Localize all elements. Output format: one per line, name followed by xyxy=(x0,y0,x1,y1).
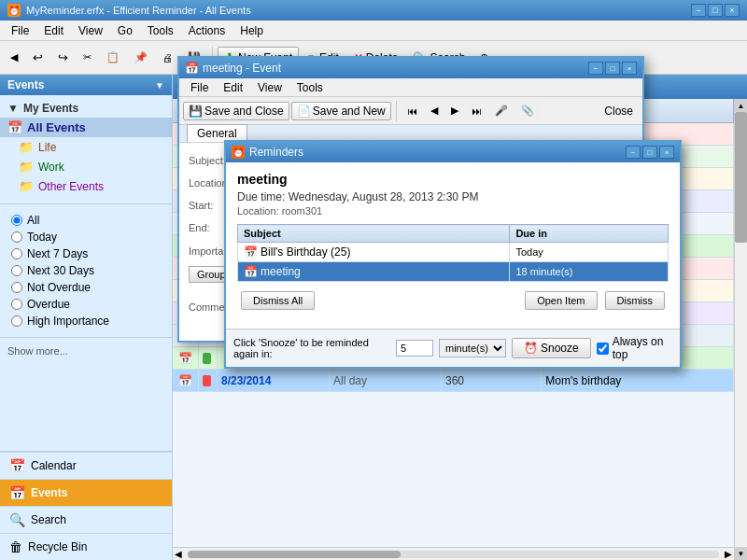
dismiss-all-button[interactable]: Dismiss All xyxy=(241,291,315,310)
minimize-button[interactable]: − xyxy=(691,4,706,17)
event-toolbar: 💾 Save and Close 📄 Save and New ⏮ ◀ ▶ ⏭ … xyxy=(179,97,642,125)
filter-today[interactable]: Today xyxy=(0,229,172,245)
menu-file[interactable]: File xyxy=(4,22,36,39)
filter-all[interactable]: All xyxy=(0,212,172,229)
scroll-right-btn[interactable]: ▶ xyxy=(723,549,734,559)
rem-title-bar: ⏰ Reminders − □ × xyxy=(226,142,680,162)
rem-snooze-select[interactable]: minute(s) xyxy=(439,339,506,357)
nav-first-btn[interactable]: ⏮ xyxy=(402,103,423,119)
record-btn[interactable]: 🎤 xyxy=(489,102,514,119)
toolbar-cut[interactable]: ✂ xyxy=(77,48,98,67)
snooze-button[interactable]: ⏰ Snooze xyxy=(512,338,591,358)
nav-events[interactable]: 📅 Events xyxy=(0,479,172,506)
filter-notoverdue[interactable]: Not Overdue xyxy=(0,279,172,296)
vertical-scrollbar[interactable]: ▲ ▼ xyxy=(734,99,747,560)
rem-row-birthday[interactable]: 📅 Bill's Birthday (25) Today xyxy=(238,243,669,262)
rem-td-duein: 18 minute(s) xyxy=(510,262,669,282)
rem-snooze-area: Click 'Snooze' to be reminded again in: … xyxy=(226,329,680,367)
sidebar-my-events-label: ▼ My Events xyxy=(0,99,172,118)
filter-next30[interactable]: Next 30 Days xyxy=(0,262,172,279)
hscroll-thumb[interactable] xyxy=(188,551,401,558)
event-menu-edit[interactable]: Edit xyxy=(216,79,250,96)
sidebar: Events ▼ ▼ My Events 📅 All Events 📁 Life xyxy=(0,75,173,560)
nav-prev-btn[interactable]: ◀ xyxy=(425,102,444,119)
rem-snooze-input[interactable] xyxy=(396,340,433,357)
sidebar-collapse[interactable]: ▼ xyxy=(155,80,164,91)
toolbar-print[interactable]: 🖨 xyxy=(156,49,179,67)
sidebar-item-work[interactable]: 📁 Work xyxy=(0,157,172,176)
events-label: Events xyxy=(31,486,67,499)
open-item-button[interactable]: Open Item xyxy=(525,291,597,310)
filter-next7[interactable]: Next 7 Days xyxy=(0,245,172,262)
event-dialog-close[interactable]: × xyxy=(622,62,637,75)
maximize-button[interactable]: □ xyxy=(708,4,723,17)
close-event-label: Close xyxy=(604,105,633,118)
event-menu-view[interactable]: View xyxy=(250,79,289,96)
event-dialog-minimize[interactable]: − xyxy=(588,62,603,75)
toolbar-back[interactable]: ◀ xyxy=(4,48,24,67)
nav-last-btn[interactable]: ⏭ xyxy=(466,103,487,119)
table-row-moms-birthday[interactable]: 📅 8/23/2014 All day 360 Mom's birthday xyxy=(173,370,734,392)
horizontal-scrollbar[interactable]: ◀ ▶ xyxy=(173,547,734,560)
rem-th-duein: Due in xyxy=(510,225,669,243)
save-close-label: Save and Close xyxy=(204,105,284,118)
rem-maximize-btn[interactable]: □ xyxy=(642,146,657,159)
sidebar-my-events: ▼ My Events 📅 All Events 📁 Life 📁 Work xyxy=(0,95,172,200)
menu-edit[interactable]: Edit xyxy=(36,22,71,39)
menu-tools[interactable]: Tools xyxy=(140,22,181,39)
rem-minimize-btn[interactable]: − xyxy=(626,146,641,159)
attach-btn[interactable]: 📎 xyxy=(515,102,540,119)
dismiss-button[interactable]: Dismiss xyxy=(605,291,666,310)
nav-search[interactable]: 🔍 Search xyxy=(0,506,172,533)
event-menu-tools[interactable]: Tools xyxy=(289,79,331,96)
save-new-icon: 📄 xyxy=(297,105,311,118)
toolbar-redo[interactable]: ↪ xyxy=(51,47,75,68)
nav-next-btn[interactable]: ▶ xyxy=(445,102,464,119)
scroll-up-btn[interactable]: ▲ xyxy=(735,99,747,112)
filter-overdue[interactable]: Overdue xyxy=(0,296,172,313)
menu-view[interactable]: View xyxy=(71,22,110,39)
toolbar-copy[interactable]: 📋 xyxy=(100,48,126,67)
toolbar-undo[interactable]: ↩ xyxy=(26,47,49,68)
nav-calendar[interactable]: 📅 Calendar xyxy=(0,452,172,479)
sidebar-item-life[interactable]: 📁 Life xyxy=(0,137,172,157)
menu-bar: File Edit View Go Tools Actions Help xyxy=(0,21,747,41)
nav-recyclebin[interactable]: 🗑 Recycle Bin xyxy=(0,533,172,560)
vscroll-track xyxy=(735,112,747,547)
events-icon: 📅 xyxy=(9,485,25,500)
filter-high[interactable]: High Importance xyxy=(0,313,172,329)
hscroll-track[interactable] xyxy=(188,551,719,558)
rem-title-text: Reminders xyxy=(249,146,303,159)
scroll-down-btn[interactable]: ▼ xyxy=(735,547,747,560)
rem-icon: ⏰ xyxy=(232,146,245,159)
menu-actions[interactable]: Actions xyxy=(181,22,233,39)
rem-row-meeting[interactable]: 📅 meeting 18 minute(s) xyxy=(238,262,669,282)
td-time: All day xyxy=(330,370,442,391)
save-new-button[interactable]: 📄 Save and New xyxy=(291,102,391,120)
save-close-button[interactable]: 💾 Save and Close xyxy=(183,102,289,120)
sidebar-item-other[interactable]: 📁 Other Events xyxy=(0,176,172,196)
menu-go[interactable]: Go xyxy=(110,22,140,39)
toolbar-paste[interactable]: 📌 xyxy=(128,48,154,67)
event-dialog-maximize[interactable]: □ xyxy=(605,62,620,75)
reminders-dialog: ⏰ Reminders − □ × meeting Due time: Wedn… xyxy=(224,140,682,369)
menu-help[interactable]: Help xyxy=(233,22,271,39)
always-on-top-area: Always on top xyxy=(597,335,672,361)
title-bar-text: MyReminder.erfx - Efficient Reminder - A… xyxy=(26,5,251,16)
event-menu-file[interactable]: File xyxy=(183,79,216,96)
snooze-icon: ⏰ xyxy=(524,342,538,355)
other-label: Other Events xyxy=(38,180,104,193)
search-nav-icon: 🔍 xyxy=(9,512,25,527)
close-button[interactable]: × xyxy=(725,4,740,17)
sidebar-item-all-events[interactable]: 📅 All Events xyxy=(0,118,172,137)
all-events-icon: 📅 xyxy=(7,120,22,134)
close-event-btn[interactable]: Close xyxy=(599,102,639,120)
vscroll-thumb[interactable] xyxy=(735,112,747,243)
rem-td-subject: 📅 meeting xyxy=(238,262,510,282)
rem-close-btn[interactable]: × xyxy=(659,146,674,159)
always-on-top-checkbox[interactable] xyxy=(597,343,609,355)
rem-table: Subject Due in 📅 Bill's Birthday (25) To… xyxy=(237,224,669,282)
work-icon: 📁 xyxy=(19,160,34,174)
rem-body: meeting Due time: Wednesday, August 28, … xyxy=(226,162,680,329)
scroll-left-btn[interactable]: ◀ xyxy=(173,549,184,559)
